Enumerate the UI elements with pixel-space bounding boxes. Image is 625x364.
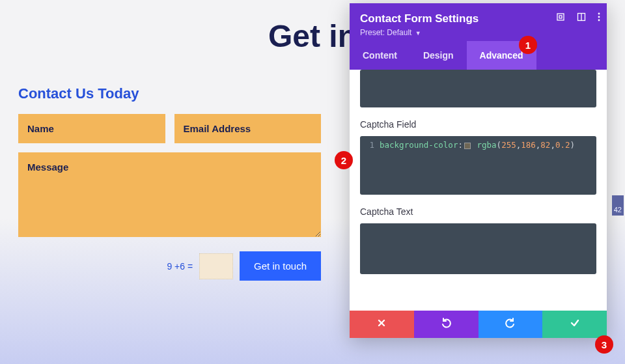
svg-point-4 xyxy=(598,13,600,15)
edge-marker: 42 xyxy=(612,195,624,216)
svg-point-6 xyxy=(598,20,600,21)
save-button[interactable] xyxy=(542,311,607,338)
contact-heading: Contact Us Today xyxy=(18,85,321,102)
columns-icon[interactable] xyxy=(577,12,586,21)
redo-button[interactable] xyxy=(479,311,543,338)
expand-icon[interactable] xyxy=(556,12,565,21)
svg-point-5 xyxy=(598,16,600,18)
panel-header: Contact Form Settings Preset: Default ▼ xyxy=(350,3,607,41)
redo-icon xyxy=(505,318,516,331)
preset-value: Default xyxy=(387,28,411,37)
cancel-button[interactable] xyxy=(350,311,414,338)
code-editor-captcha-text[interactable] xyxy=(360,223,596,274)
preset-selector[interactable]: Preset: Default ▼ xyxy=(360,28,596,37)
preset-label: Preset: xyxy=(360,28,385,37)
code-editor-prev[interactable] xyxy=(360,70,596,107)
svg-rect-0 xyxy=(557,14,564,20)
tabs: Content Design Advanced xyxy=(350,41,607,70)
annotation-badge-3: 3 xyxy=(595,335,613,354)
message-input[interactable] xyxy=(18,152,321,237)
settings-panel: Contact Form Settings Preset: Default ▼ … xyxy=(350,3,607,338)
annotation-badge-2: 2 xyxy=(335,151,353,169)
chevron-down-icon: ▼ xyxy=(415,30,421,36)
svg-rect-1 xyxy=(559,16,562,18)
tab-content[interactable]: Content xyxy=(350,41,410,70)
close-icon xyxy=(377,318,386,330)
more-icon[interactable] xyxy=(598,12,600,21)
code-property: background-color xyxy=(380,140,458,150)
captcha-label: 9 +6 = xyxy=(167,261,193,272)
contact-form: Contact Us Today 9 +6 = Get in touch xyxy=(18,85,321,281)
undo-icon xyxy=(441,318,451,331)
section-label-captcha-field: Captcha Field xyxy=(360,119,596,130)
code-editor-captcha-field[interactable]: 1background-color: rgba(255,186,82,0.2) xyxy=(360,136,596,195)
email-input[interactable] xyxy=(174,114,322,143)
line-number: 1 xyxy=(365,140,374,150)
submit-button[interactable]: Get in touch xyxy=(240,251,321,281)
check-icon xyxy=(570,318,580,331)
tab-design[interactable]: Design xyxy=(410,41,467,70)
name-input[interactable] xyxy=(18,114,165,143)
color-swatch-icon xyxy=(464,143,471,149)
panel-body: Captcha Field 1background-color: rgba(25… xyxy=(350,70,607,311)
section-label-captcha-text: Captcha Text xyxy=(360,206,596,217)
panel-footer xyxy=(350,311,607,338)
captcha-input[interactable] xyxy=(199,253,233,279)
annotation-badge-1: 1 xyxy=(519,36,537,54)
code-func: rgba xyxy=(477,140,496,150)
undo-button[interactable] xyxy=(414,311,479,338)
